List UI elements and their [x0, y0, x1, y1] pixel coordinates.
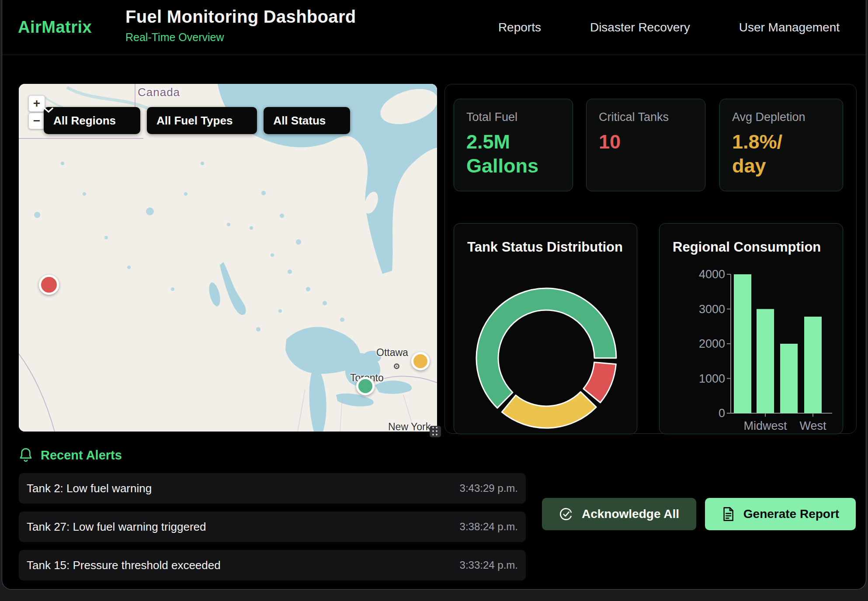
- alert-timestamp: 3:33:24 p.m.: [460, 559, 518, 571]
- page-title: Fuel Monitoring Dashboard: [125, 7, 356, 27]
- alerts-title: Recent Alerts: [41, 448, 122, 463]
- fuel-map[interactable]: Canada Ottawa Toronto New York + − All R…: [19, 84, 437, 432]
- tank-marker-warning[interactable]: [411, 352, 430, 370]
- map-filter-bar: All Regions All Fuel Types All Status: [44, 107, 350, 134]
- map-zoom-in-button[interactable]: +: [28, 95, 45, 112]
- map-label-ottawa: Ottawa: [376, 347, 408, 359]
- stat-label: Critical Tanks: [599, 111, 693, 124]
- alert-row: Tank 2: Low fuel warning 3:43:29 p.m.: [19, 473, 526, 504]
- alert-row: Tank 27: Low fuel warning triggered 3:38…: [19, 511, 526, 542]
- svg-text:3000: 3000: [699, 303, 725, 316]
- title-block: Fuel Monitoring Dashboard Real-Time Over…: [125, 7, 356, 44]
- app-frame: AirMatrix Fuel Monitoring Dashboard Real…: [2, 0, 866, 590]
- svg-text:0: 0: [719, 407, 725, 420]
- fuel-type-filter-label: All Fuel Types: [156, 114, 233, 128]
- svg-text:4000: 4000: [699, 268, 725, 281]
- map-label-canada: Canada: [138, 86, 180, 99]
- alert-timestamp: 3:38:24 p.m.: [460, 521, 518, 533]
- alert-timestamp: 3:43:29 p.m.: [460, 482, 518, 494]
- generate-report-button[interactable]: Generate Report: [705, 498, 856, 530]
- status-filter-dropdown[interactable]: All Status: [264, 107, 350, 134]
- alert-text: Tank 15: Pressure threshold exceeded: [27, 559, 221, 572]
- tank-status-donut-chart: [454, 224, 638, 435]
- alert-text: Tank 2: Low fuel warning: [27, 482, 152, 495]
- region-filter-dropdown[interactable]: All Regions: [44, 107, 140, 134]
- nav-disaster-recovery[interactable]: Disaster Recovery: [590, 21, 690, 35]
- stat-value: 1.8%/ day: [732, 130, 811, 178]
- generate-report-label: Generate Report: [743, 507, 839, 521]
- fuel-type-filter-dropdown[interactable]: All Fuel Types: [147, 107, 257, 134]
- page-subtitle: Real-Time Overview: [125, 31, 356, 44]
- stat-value: 10: [599, 130, 677, 154]
- header: AirMatrix Fuel Monitoring Dashboard Real…: [2, 0, 866, 55]
- tank-status-chart-card: Tank Status Distribution: [454, 223, 637, 434]
- acknowledge-all-button[interactable]: Acknowledge All: [542, 498, 696, 530]
- svg-text:2000: 2000: [699, 337, 725, 350]
- tank-marker-normal[interactable]: [356, 377, 375, 395]
- nav-reports[interactable]: Reports: [498, 21, 541, 35]
- bell-icon: [19, 447, 33, 463]
- nav-user-management[interactable]: User Management: [739, 21, 840, 35]
- alerts-header: Recent Alerts: [19, 447, 122, 463]
- ottawa-city-dot: [394, 363, 399, 369]
- stat-card-total-fuel: Total Fuel 2.5M Gallons: [454, 99, 573, 191]
- status-filter-label: All Status: [273, 114, 326, 128]
- map-zoom-out-button[interactable]: −: [28, 113, 45, 129]
- stats-panel: Total Fuel 2.5M Gallons Critical Tanks 1…: [444, 84, 857, 434]
- map-label-new-york: New York: [388, 421, 431, 432]
- document-icon: [722, 507, 735, 521]
- region-filter-label: All Regions: [53, 114, 116, 128]
- alert-row: Tank 15: Pressure threshold exceeded 3:3…: [19, 550, 526, 580]
- alert-text: Tank 27: Low fuel warning triggered: [27, 520, 206, 534]
- main-nav: Reports Disaster Recovery User Managemen…: [498, 0, 840, 55]
- brand-logo[interactable]: AirMatrix: [18, 0, 92, 55]
- svg-text:1000: 1000: [699, 372, 725, 385]
- stat-value: 2.5M Gallons: [466, 130, 545, 178]
- stat-card-critical-tanks: Critical Tanks 10: [586, 99, 705, 191]
- resize-handle[interactable]: [430, 426, 441, 437]
- regional-consumption-chart-card: Regional Consumption 01000200030004000Mi…: [659, 223, 843, 434]
- acknowledge-all-label: Acknowledge All: [582, 507, 679, 521]
- stat-label: Total Fuel: [466, 111, 560, 124]
- svg-text:West: West: [799, 419, 826, 432]
- stat-label: Avg Depletion: [732, 111, 830, 124]
- tank-marker-critical[interactable]: [39, 275, 59, 295]
- svg-text:Midwest: Midwest: [743, 419, 787, 432]
- check-circle-icon: [559, 507, 573, 521]
- regional-consumption-bar-chart: 01000200030004000MidwestWest: [660, 224, 844, 435]
- stat-card-avg-depletion: Avg Depletion 1.8%/ day: [719, 99, 843, 191]
